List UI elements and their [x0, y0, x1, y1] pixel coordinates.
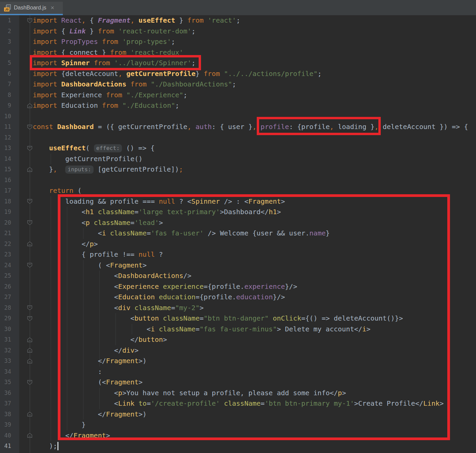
line-number: 13 [0, 143, 11, 154]
code-text: }, inputs: [getCurrentProfile]); [33, 164, 183, 175]
code-line[interactable]: 41); [0, 441, 476, 452]
code-line[interactable]: 1import React, { Fragment, useEffect } f… [0, 15, 476, 26]
line-number: 31 [0, 334, 11, 345]
code-line[interactable]: 5import Spinner from '../layout/Spinner'… [0, 58, 476, 69]
code-line[interactable]: 4import { connect } from 'react-redux' [0, 47, 476, 58]
code-line[interactable]: 35(<Fragment> [0, 377, 476, 388]
line-number: 38 [0, 409, 11, 420]
code-line[interactable]: 6import {deleteAccount, getCurrentProfil… [0, 69, 476, 79]
line-number: 27 [0, 292, 11, 303]
line-number: 3 [0, 36, 11, 47]
tab-dashboard[interactable]: JS DashBoard.js × [0, 2, 63, 15]
fold-collapse-icon[interactable] [27, 146, 32, 152]
code-text: <i className='fas fa-user' /> Welcome {u… [33, 228, 330, 239]
line-number: 20 [0, 218, 11, 228]
code-line[interactable]: 27<Education education={profile.educatio… [0, 292, 476, 303]
fold-collapse-icon[interactable] [27, 124, 32, 131]
code-line[interactable]: 22</p> [0, 239, 476, 250]
fold-end-icon[interactable] [27, 433, 32, 439]
line-number: 35 [0, 377, 11, 388]
line-number: 12 [0, 132, 11, 143]
code-line[interactable]: 24( <Fragment> [0, 260, 476, 271]
code-text: <div className="my-2"> [33, 303, 204, 313]
code-line[interactable]: 14getCurrentProfile() [0, 154, 476, 165]
line-number: 10 [0, 111, 11, 122]
code-text: useEffect( effect: () => { [33, 143, 155, 154]
code-line[interactable]: 7import DashboardActions from "./Dashboa… [0, 79, 476, 90]
code-line[interactable]: 26<Experience experience={profile.experi… [0, 281, 476, 292]
line-number: 40 [0, 430, 11, 441]
code-line[interactable]: 33</Fragment>) [0, 356, 476, 367]
code-text: </p> [33, 239, 98, 250]
fold-end-icon[interactable] [27, 348, 32, 354]
line-number: 14 [0, 154, 11, 165]
fold-end-icon[interactable] [27, 241, 32, 248]
line-number: 37 [0, 398, 11, 409]
fold-end-icon[interactable] [27, 337, 32, 344]
code-text: import React, { Fragment, useEffect } fr… [33, 15, 240, 26]
code-line[interactable]: 3import PropTypes from 'prop-types'; [0, 36, 476, 47]
code-line[interactable]: 2import { Link } from 'react-router-dom'… [0, 26, 476, 37]
line-number: 15 [0, 164, 11, 175]
fold-collapse-icon[interactable] [27, 262, 32, 269]
code-text: import PropTypes from 'prop-types'; [33, 36, 175, 47]
code-line[interactable]: 15}, inputs: [getCurrentProfile]); [0, 164, 476, 175]
line-number: 39 [0, 420, 11, 430]
fold-collapse-icon[interactable] [27, 199, 32, 205]
fold-end-icon[interactable] [27, 411, 32, 418]
tab-close-icon[interactable]: × [51, 5, 54, 11]
code-line[interactable]: 29<button className="btn btn-danger" onC… [0, 313, 476, 324]
fold-collapse-icon[interactable] [27, 220, 32, 227]
code-line[interactable]: 18loading && profile === null ? <Spinner… [0, 196, 476, 207]
code-line[interactable]: 23{ profile !== null ? [0, 249, 476, 260]
code-text: } [33, 420, 86, 430]
fold-collapse-icon[interactable] [27, 380, 32, 386]
code-line[interactable]: 11const Dashboard = ({ getCurrentProfile… [0, 122, 476, 132]
code-line[interactable]: 28<div className="my-2"> [0, 303, 476, 313]
line-number: 5 [0, 58, 11, 69]
code-text: ); [33, 441, 57, 452]
code-line[interactable]: 10 [0, 111, 476, 122]
code-line[interactable]: 39} [0, 420, 476, 430]
code-line[interactable]: 37<Link to='/create-profile' className='… [0, 398, 476, 409]
code-line[interactable]: 16 [0, 175, 476, 186]
tab-title: DashBoard.js [14, 5, 46, 11]
line-number: 24 [0, 260, 11, 271]
code-line[interactable]: 13useEffect( effect: () => { [0, 143, 476, 154]
fold-collapse-icon[interactable] [27, 316, 32, 323]
code-line[interactable]: 32</div> [0, 345, 476, 356]
code-line[interactable]: 38</Fragment>) [0, 409, 476, 420]
code-line[interactable]: 31</button> [0, 334, 476, 345]
code-line[interactable]: 34: [0, 367, 476, 377]
fold-end-icon[interactable] [27, 103, 32, 110]
code-editor[interactable]: 1import React, { Fragment, useEffect } f… [0, 15, 476, 453]
code-line[interactable]: 21<i className='fas fa-user' /> Welcome … [0, 228, 476, 239]
fold-collapse-icon[interactable] [27, 305, 32, 312]
code-line[interactable]: 20<p className='lead'> [0, 218, 476, 228]
code-text: <Education education={profile.education}… [33, 292, 285, 303]
code-text: import Spinner from '../layout/Spinner'; [33, 58, 196, 69]
code-line[interactable]: 8import Experience from "./Experience"; [0, 90, 476, 101]
code-line[interactable]: 25<DashboardActions/> [0, 271, 476, 281]
line-number: 32 [0, 345, 11, 356]
code-text: import DashboardActions from "./Dashboar… [33, 79, 236, 90]
fold-collapse-icon[interactable] [27, 18, 32, 25]
fold-end-icon[interactable] [27, 167, 32, 174]
code-text: { profile !== null ? [33, 249, 163, 260]
line-number: 7 [0, 79, 11, 90]
code-text: import { Link } from 'react-router-dom'; [33, 26, 196, 37]
code-line[interactable]: 40</Fragment> [0, 430, 476, 441]
tab-bar: JS DashBoard.js × [0, 0, 476, 15]
code-line[interactable]: 17return ( [0, 185, 476, 196]
line-number: 11 [0, 122, 11, 132]
code-line[interactable]: 12 [0, 132, 476, 143]
code-text: </Fragment>) [33, 356, 147, 367]
code-line[interactable]: 19<h1 className='large text-primary'>Das… [0, 207, 476, 218]
code-line[interactable]: 36<p>You have not setup a profile, pleas… [0, 388, 476, 399]
code-line[interactable]: 9import Education from "./Education"; [0, 100, 476, 111]
line-number: 8 [0, 90, 11, 101]
code-line[interactable]: 30<i className="fas fa-user-minus"> Dele… [0, 324, 476, 335]
code-text: <p className='lead'> [33, 218, 163, 228]
fold-end-icon[interactable] [27, 358, 32, 365]
line-number: 1 [0, 15, 11, 26]
